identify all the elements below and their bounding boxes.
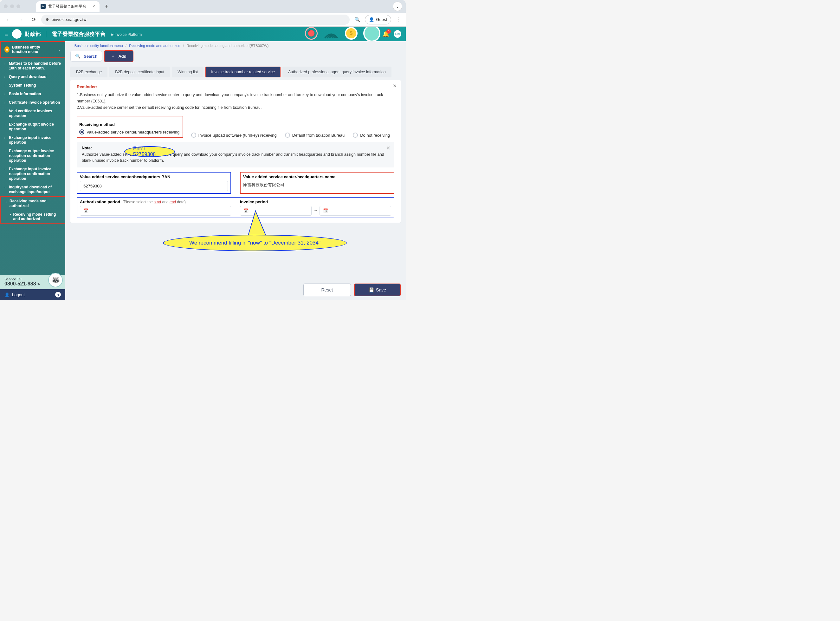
auth-period-date-input[interactable]: 📅: [80, 206, 231, 216]
system-name: 電子發票整合服務平台: [52, 30, 106, 38]
chevron-right-icon: ›: [5, 101, 7, 105]
plus-icon: ＋: [111, 53, 115, 59]
profile-button[interactable]: 👤 Guest: [365, 15, 391, 24]
person-icon: 👤: [5, 292, 9, 297]
sidebar-item[interactable]: ›Certificate invoice operation: [0, 98, 65, 107]
tab-winning-list[interactable]: Winning list: [172, 67, 204, 77]
sidebar-item[interactable]: ›Exchange input invoice reception confir…: [0, 165, 65, 183]
chevron-right-icon: ›: [5, 76, 7, 79]
sidebar-item[interactable]: ›Basic information: [0, 90, 65, 98]
site-settings-icon[interactable]: ⚙: [46, 17, 49, 22]
chevron-right-icon: ›: [5, 84, 7, 88]
field-label-invoice-period: Invoice period: [240, 200, 391, 204]
zoom-icon[interactable]: 🔍: [352, 15, 362, 25]
tab-title: 電子發票整合服務平台: [48, 4, 86, 9]
sidebar-item[interactable]: ›System setting: [0, 81, 65, 90]
tab-b2b-deposit[interactable]: B2B deposit certificate input: [109, 67, 170, 77]
radio-unselected-icon: [191, 133, 196, 138]
save-label: Save: [376, 287, 386, 292]
logout-button[interactable]: 👤 Logout ➜: [0, 289, 65, 300]
url-input[interactable]: ⚙ einvoice.nat.gov.tw: [41, 15, 350, 25]
browser-tab[interactable]: 🏛 電子發票整合服務平台 ×: [36, 1, 100, 12]
radio-do-not-receive[interactable]: Do not receiving: [353, 133, 390, 138]
chevron-right-icon: ›: [5, 123, 7, 127]
sidebar-item[interactable]: ›Exchange output invoice reception confi…: [0, 147, 65, 165]
reload-button[interactable]: ⟳: [29, 15, 39, 25]
chevron-right-icon: ›: [5, 62, 7, 66]
search-button[interactable]: 🔍 Search: [70, 51, 102, 62]
close-icon[interactable]: ×: [92, 4, 95, 9]
radio-unselected-icon: [353, 133, 358, 138]
close-icon[interactable]: ✕: [387, 145, 391, 151]
sidebar-item[interactable]: ›Void certificate invoices operation: [0, 107, 65, 120]
chevron-right-icon: ›: [5, 110, 7, 113]
sidebar-item[interactable]: ›Exchange input invoice operation: [0, 133, 65, 147]
sidebar-item[interactable]: ›Inquiryand download of exchange input/o…: [0, 183, 65, 196]
sidebar-items: ›Matters to be handled before 10th of ea…: [0, 58, 65, 275]
save-icon: 💾: [369, 287, 374, 292]
hq-name-value: 庫雷科技股份有限公司: [243, 181, 391, 189]
breadcrumb-link[interactable]: Business entity function menu: [74, 44, 123, 48]
radio-label: Default from taxation Bureau: [292, 133, 344, 138]
reminder-title: Reminder:: [77, 84, 394, 89]
reset-button[interactable]: Reset: [303, 283, 351, 296]
save-button[interactable]: 💾 Save: [354, 283, 401, 296]
sidebar-header[interactable]: ★ Business entity function menu ⌄: [0, 41, 65, 58]
tabs: B2B exchange B2B deposit certificate inp…: [65, 67, 406, 77]
person-icon: 👤: [369, 17, 374, 22]
main-content: ::: Business entity function menu / Rece…: [65, 41, 406, 300]
wifi-icon: [323, 27, 339, 39]
forward-button[interactable]: →: [16, 15, 26, 25]
add-label: Add: [118, 54, 126, 59]
notification-badge: 0: [387, 29, 391, 33]
menu-toggle-button[interactable]: ≡: [5, 30, 8, 38]
field-label-ban: Value-added service center/headquarters …: [80, 174, 228, 179]
breadcrumb-current: Receiving mode setting and authorized(BT…: [187, 44, 269, 48]
radio-label: Invoice upload software (turnkey) receiv…: [198, 133, 277, 138]
close-icon[interactable]: ✕: [393, 83, 397, 89]
breadcrumb-link[interactable]: Receiving mode and authorized: [129, 44, 180, 48]
browser-menu-button[interactable]: ⋮: [394, 17, 403, 23]
sidebar-item-receiving-mode[interactable]: ⌄Receiving mode and authorized: [1, 197, 65, 210]
tabs-dropdown-button[interactable]: ⌄: [393, 2, 402, 11]
reminder-line-2: 2.Value-added service center set the def…: [77, 105, 394, 111]
radio-vasc-receiving[interactable]: Value-added service center/headquarters …: [79, 129, 180, 135]
sidebar-item[interactable]: ›Query and download: [0, 73, 65, 81]
calendar-icon: 📅: [83, 208, 88, 213]
radio-selected-icon: [79, 129, 84, 135]
invoice-period-end-input[interactable]: 📅: [320, 206, 391, 216]
breadcrumb: ::: Business entity function menu / Rece…: [65, 41, 406, 50]
sidebar-subitem-receiving-setting[interactable]: •Receiving mode setting and authorized: [1, 210, 65, 223]
note-panel: ✕ Note: Authorize value-added service ce…: [77, 142, 394, 167]
back-button[interactable]: ←: [3, 15, 13, 25]
ban-input[interactable]: [80, 181, 228, 191]
sidebar-header-label: Business entity function menu: [12, 45, 56, 54]
new-tab-button[interactable]: +: [102, 2, 111, 11]
address-bar: ← → ⟳ ⚙ einvoice.nat.gov.tw 🔍 👤 Guest ⋮: [0, 13, 406, 27]
sidebar-item[interactable]: ›Matters to be handled before 10th of ea…: [0, 59, 65, 73]
chevron-right-icon: ›: [5, 168, 7, 171]
radio-default-bureau[interactable]: Default from taxation Bureau: [285, 133, 344, 138]
logout-icon: ➜: [55, 292, 61, 297]
notifications-button[interactable]: 🔔 0: [382, 30, 389, 38]
radio-turnkey-receiving[interactable]: Invoice upload software (turnkey) receiv…: [191, 133, 277, 138]
main-panel: ✕ Reminder: 1.Business entity authorize …: [70, 80, 401, 223]
app-header: ≡ 🏛 財政部 │ 電子發票整合服務平台 E-Invoice Platform …: [0, 27, 406, 41]
search-icon: 🔍: [75, 54, 80, 59]
annotation-callout-recommend: We recommend filling in "now" to "Decemb…: [163, 235, 347, 251]
tab-invoice-track-number[interactable]: Invoice track number related service: [205, 67, 281, 77]
tab-authorized-agent[interactable]: Authorized professional agent query invo…: [283, 67, 391, 77]
org-name: 財政部: [25, 30, 41, 38]
radio-label: Value-added service center/headquarters …: [86, 130, 180, 135]
radio-label: Do not receiving: [360, 133, 390, 138]
sidebar-item[interactable]: ›Exchange output invoice operation: [0, 120, 65, 133]
reminder-line-1: 1.Business entity authorize the value-ad…: [77, 92, 394, 105]
favicon-icon: 🏛: [41, 4, 46, 9]
language-switch-button[interactable]: EN: [394, 30, 401, 38]
system-name-en: E-Invoice Platform: [110, 32, 142, 37]
add-button[interactable]: ＋ Add: [104, 50, 133, 62]
field-hq-name: Value-added service center/headquarters …: [240, 172, 394, 194]
logout-label: Logout: [12, 292, 25, 297]
chevron-right-icon: ›: [5, 150, 7, 153]
tab-b2b-exchange[interactable]: B2B exchange: [70, 67, 107, 77]
